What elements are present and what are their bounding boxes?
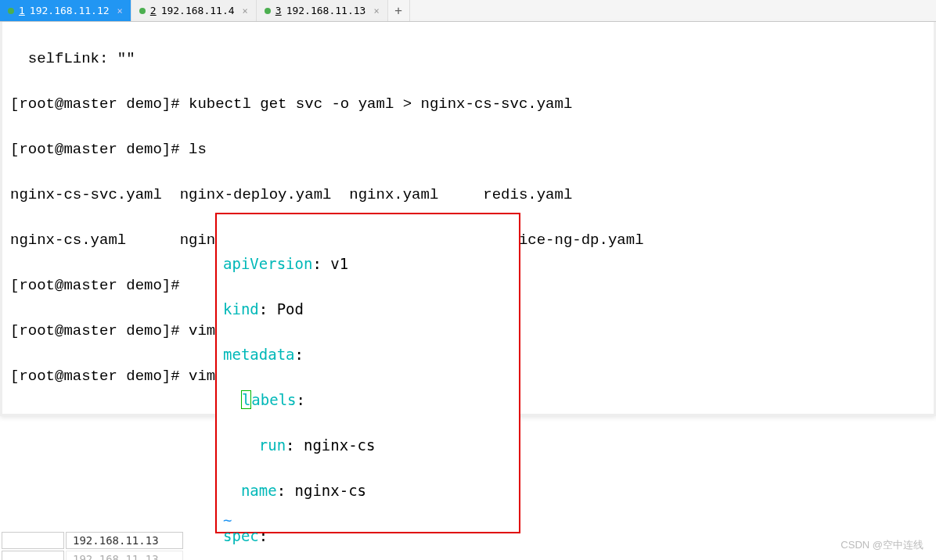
tab-label: 192.168.11.13 — [286, 5, 366, 16]
tab-number: 3 — [275, 5, 282, 16]
tab-3[interactable]: 3 192.168.11.13 × — [257, 0, 388, 21]
tab-number: 2 — [150, 5, 157, 16]
terminal-line: nginx-cs-svc.yaml nginx-deploy.yaml ngin… — [10, 184, 926, 206]
yaml-line: run: nginx-cs — [223, 434, 513, 457]
yaml-line: apiVersion: v1 — [223, 253, 513, 275]
tab-1[interactable]: 1 192.168.11.12 × — [0, 0, 131, 21]
terminal-line: selfLink: "" — [10, 48, 926, 70]
status-dot-icon — [265, 8, 271, 14]
close-icon[interactable]: × — [117, 5, 123, 16]
cursor: l — [241, 390, 251, 409]
close-icon[interactable]: × — [243, 5, 248, 16]
tab-2[interactable]: 2 192.168.11.4 × — [131, 0, 257, 21]
yaml-line: name: nginx-cs — [223, 479, 513, 502]
tab-number: 1 — [19, 5, 25, 16]
yaml-line: spec: — [223, 525, 513, 547]
table-cell: 192.168.11.13 — [66, 532, 183, 549]
new-tab-button[interactable]: + — [388, 0, 410, 21]
status-dot-icon — [139, 8, 146, 14]
yaml-editor[interactable]: apiVersion: v1 kind: Pod metadata: label… — [215, 213, 520, 533]
watermark: CSDN @空中连线 — [841, 538, 923, 552]
tab-bar: 1 192.168.11.12 × 2 192.168.11.4 × 3 192… — [0, 0, 936, 22]
bg-table: 192.168.11.13 192 168 11 13 — [0, 530, 185, 560]
terminal-line: [root@master demo]# kubectl get svc -o y… — [10, 93, 926, 116]
table-cell: 192 168 11 13 — [66, 551, 183, 560]
terminal-line: [root@master demo]# ls — [10, 138, 926, 161]
status-dot-icon — [8, 8, 14, 14]
table-row: 192 168 11 13 — [2, 551, 183, 560]
yaml-line: labels: — [223, 389, 513, 411]
yaml-line: kind: Pod — [223, 298, 513, 321]
close-icon[interactable]: × — [373, 5, 379, 16]
table-row: 192.168.11.13 — [2, 532, 183, 549]
tab-label: 192.168.11.12 — [30, 5, 110, 16]
vim-tilde: ~ — [223, 509, 232, 532]
tab-label: 192.168.11.4 — [161, 5, 235, 16]
yaml-line: metadata: — [223, 343, 513, 366]
